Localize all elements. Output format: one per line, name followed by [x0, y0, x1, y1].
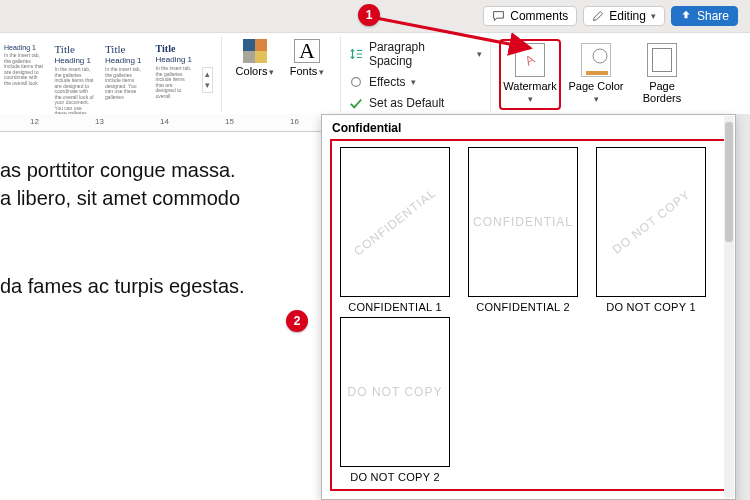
fonts-icon: A: [294, 39, 320, 63]
effects-icon: [349, 75, 363, 89]
watermark-gallery-panel: Confidential CONFIDENTIAL CONFIDENTIAL 1…: [321, 114, 736, 500]
callout-badge-2: 2: [286, 310, 308, 332]
watermark-label: DO NOT COPY 1: [606, 301, 696, 313]
check-icon: [349, 96, 363, 110]
page-borders-button[interactable]: Page Borders: [631, 39, 693, 110]
watermark-option-confidential-2[interactable]: CONFIDENTIAL: [468, 147, 578, 297]
share-icon: [680, 10, 692, 22]
svg-point-0: [352, 77, 361, 86]
svg-point-2: [593, 49, 607, 63]
page-color-button[interactable]: Page Color ▾: [565, 39, 627, 110]
style-preset[interactable]: Heading 1 In the insert tab, the galleri…: [4, 43, 45, 86]
style-preset[interactable]: Title Heading 1 In the insert tab, the g…: [105, 43, 146, 100]
callout-badge-1: 1: [358, 4, 380, 26]
editing-mode-button[interactable]: Editing ▾: [583, 6, 665, 26]
arrow-annotation: [370, 12, 550, 62]
chevron-down-icon: ▾: [411, 77, 416, 87]
chevron-down-icon: ▾: [528, 94, 533, 104]
colors-button[interactable]: Colors▾: [230, 39, 280, 77]
watermark-option-confidential-1[interactable]: CONFIDENTIAL: [340, 147, 450, 297]
styles-group: Heading 1 In the insert tab, the galleri…: [0, 37, 222, 112]
style-preset[interactable]: Title Heading 1 In the insert tab, the g…: [156, 43, 192, 99]
gallery-inner: CONFIDENTIAL CONFIDENTIAL 1 CONFIDENTIAL…: [330, 139, 727, 491]
doc-text: a libero, sit amet commodo: [0, 187, 240, 209]
gallery-scrollbar[interactable]: [724, 116, 734, 498]
style-preset[interactable]: Title Heading 1 In the insert tab, the g…: [55, 43, 96, 117]
share-label: Share: [697, 9, 729, 23]
svg-line-4: [376, 18, 530, 48]
fonts-button[interactable]: A Fonts▾: [282, 39, 332, 77]
effects-button[interactable]: Effects▾: [345, 74, 486, 90]
horizontal-ruler[interactable]: 12 13 14 15 16: [0, 114, 330, 132]
watermark-option-do-not-copy-2[interactable]: DO NOT COPY: [340, 317, 450, 467]
styles-more-button[interactable]: ▴ ▾: [202, 67, 213, 93]
doc-text: da fames ac turpis egestas.: [0, 275, 245, 297]
chevron-down-icon: ▾: [319, 67, 324, 77]
svg-rect-3: [586, 71, 608, 75]
chevron-up-icon: ▴: [205, 70, 210, 79]
colors-icon: [243, 39, 267, 63]
colors-fonts-group: Colors▾ A Fonts▾: [222, 37, 341, 112]
share-button[interactable]: Share: [671, 6, 738, 26]
document-body[interactable]: as porttitor congue massa. a libero, sit…: [0, 132, 330, 500]
editing-label: Editing: [609, 9, 646, 23]
paragraph-spacing-icon: [349, 47, 363, 61]
chevron-down-icon: ▾: [594, 94, 599, 104]
pencil-icon: [592, 10, 604, 22]
set-default-button[interactable]: Set as Default: [345, 95, 486, 111]
page-borders-icon: [647, 43, 677, 77]
watermark-label: DO NOT COPY 2: [350, 471, 440, 483]
chevron-down-icon: ▾: [269, 67, 274, 77]
watermark-option-do-not-copy-1[interactable]: DO NOT COPY: [596, 147, 706, 297]
watermark-label: CONFIDENTIAL 1: [348, 301, 442, 313]
doc-text: as porttitor congue massa.: [0, 159, 236, 181]
scrollbar-thumb[interactable]: [725, 122, 733, 242]
chevron-down-icon: ▾: [205, 81, 210, 90]
page-color-icon: [581, 43, 611, 77]
gallery-section-header: Confidential: [322, 115, 735, 139]
chevron-down-icon: ▾: [651, 11, 656, 21]
watermark-label: CONFIDENTIAL 2: [476, 301, 570, 313]
